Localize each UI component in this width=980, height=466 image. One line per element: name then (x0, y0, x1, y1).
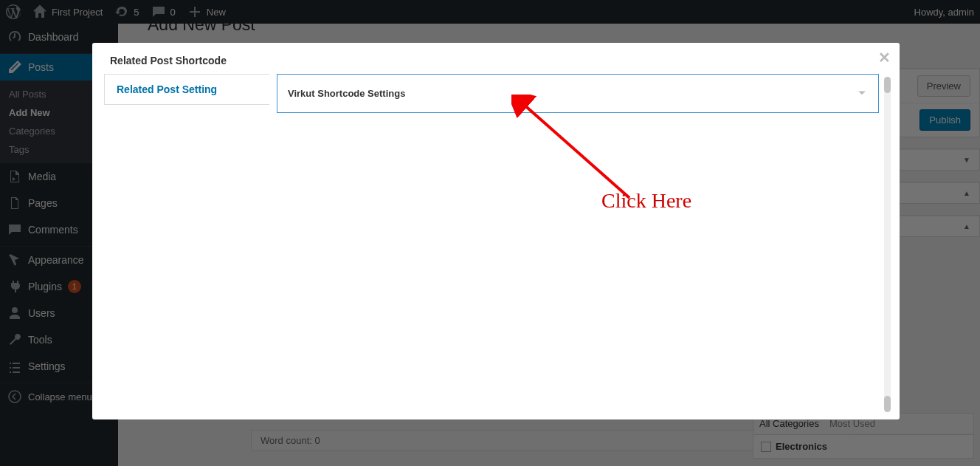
close-button[interactable]: ✕ (878, 49, 891, 66)
scrollbar-thumb[interactable] (884, 77, 891, 93)
shortcode-modal: ✕ Related Post Shortcode Related Post Se… (92, 43, 900, 419)
close-icon: ✕ (878, 49, 891, 66)
modal-scrollbar[interactable] (884, 77, 891, 412)
shortcode-settings-panel[interactable]: Virkut Shortcode Settings (277, 74, 879, 113)
panel-title: Virkut Shortcode Settings (288, 88, 405, 99)
chevron-down-icon (856, 86, 868, 100)
scrollbar-thumb[interactable] (884, 396, 891, 412)
modal-tab-related-post-setting[interactable]: Related Post Setting (104, 74, 269, 105)
modal-header: Related Post Shortcode (110, 55, 227, 66)
